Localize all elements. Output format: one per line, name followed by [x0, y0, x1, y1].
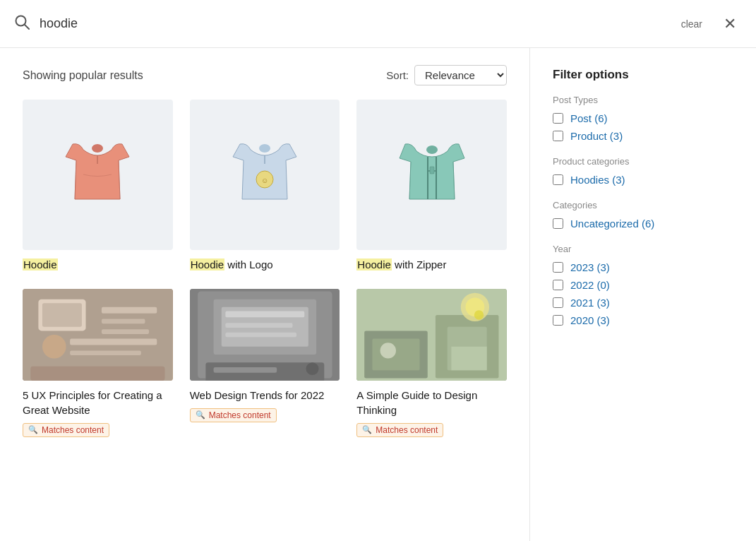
year-2021-label[interactable]: 2021 (3) — [570, 297, 610, 309]
search-input[interactable] — [40, 16, 666, 31]
product-image-2: ☺ — [190, 100, 340, 250]
blog-image-2 — [190, 289, 340, 381]
product-card[interactable]: Hoodie with Zipper — [356, 100, 507, 272]
svg-rect-34 — [373, 338, 420, 370]
filter-section-post-types: Post Types Post (6) Product (3) — [553, 95, 733, 142]
highlight: Hoodie — [23, 258, 58, 270]
highlight: Hoodie — [190, 258, 225, 270]
svg-rect-6 — [430, 167, 434, 174]
svg-rect-26 — [213, 367, 277, 373]
checkbox-product[interactable] — [553, 131, 563, 141]
svg-rect-11 — [102, 307, 157, 313]
product-image-1 — [23, 100, 173, 250]
checkbox-uncategorized[interactable] — [553, 218, 563, 229]
filter-section-year: Year 2023 (3) 2022 (0) 2021 (3) 2020 (3) — [553, 244, 733, 326]
filter-item-2021[interactable]: 2021 (3) — [553, 297, 733, 309]
svg-rect-10 — [42, 303, 82, 327]
year-2020-label[interactable]: 2020 (3) — [570, 314, 610, 326]
svg-rect-15 — [70, 338, 157, 345]
svg-point-37 — [474, 310, 484, 319]
blog-image-1 — [23, 289, 173, 381]
matches-badge-3: 🔍 Matches content — [356, 423, 443, 437]
filter-item-2022[interactable]: 2022 (0) — [553, 279, 733, 291]
product-filter-label[interactable]: Product (3) — [570, 130, 623, 142]
svg-point-2 — [92, 144, 103, 153]
blog-title-2: Web Design Trends for 2022 — [190, 388, 340, 403]
product-card[interactable]: Hoodie — [23, 100, 173, 272]
svg-rect-24 — [225, 332, 296, 337]
post-types-label: Post Types — [553, 95, 733, 105]
matches-badge-2: 🔍 Matches content — [190, 408, 277, 422]
filter-item-2020[interactable]: 2020 (3) — [553, 314, 733, 326]
search-small-icon: 🔍 — [28, 425, 38, 434]
product-title-2: Hoodie with Logo — [190, 257, 340, 272]
main-layout: Showing popular results Sort: Relevance … — [0, 48, 756, 541]
year-2023-label[interactable]: 2023 (3) — [570, 261, 610, 273]
matches-label-2: Matches content — [209, 410, 271, 420]
checkbox-hoodies[interactable] — [553, 174, 563, 185]
sort-select[interactable]: Relevance Date Title — [414, 65, 507, 85]
svg-point-3 — [259, 144, 270, 153]
product-image-3 — [356, 100, 507, 250]
checkbox-2022[interactable] — [553, 280, 563, 290]
product-title-1: Hoodie — [23, 257, 173, 272]
close-button[interactable]: ✕ — [718, 12, 742, 36]
blog-image-3 — [356, 289, 507, 381]
svg-rect-17 — [30, 366, 164, 380]
blog-card[interactable]: A Simple Guide to Design Thinking 🔍 Matc… — [356, 289, 507, 437]
filter-section-categories: Categories Uncategorized (6) — [553, 200, 733, 230]
svg-rect-16 — [70, 350, 141, 355]
results-panel: Showing popular results Sort: Relevance … — [0, 48, 530, 541]
uncategorized-filter-label[interactable]: Uncategorized (6) — [570, 218, 654, 230]
blog-card[interactable]: Web Design Trends for 2022 🔍 Matches con… — [190, 289, 340, 437]
search-bar: clear ✕ — [0, 0, 756, 48]
highlight: Hoodie — [356, 258, 392, 270]
sort-area: Sort: Relevance Date Title — [386, 65, 507, 85]
svg-rect-22 — [225, 311, 304, 317]
clear-button[interactable]: clear — [676, 16, 708, 32]
svg-rect-12 — [102, 319, 145, 323]
product-grid: Hoodie ☺ Hoodie with Logo — [23, 100, 507, 272]
svg-point-27 — [306, 362, 318, 375]
checkbox-2020[interactable] — [553, 315, 563, 326]
hoodies-filter-label[interactable]: Hoodies (3) — [570, 174, 625, 186]
product-card[interactable]: ☺ Hoodie with Logo — [190, 100, 340, 272]
filter-item-uncategorized[interactable]: Uncategorized (6) — [553, 218, 733, 230]
search-small-icon: 🔍 — [196, 410, 205, 420]
svg-point-7 — [426, 145, 438, 154]
checkbox-2021[interactable] — [553, 297, 563, 308]
filter-section-product-categories: Product categories Hoodies (3) — [553, 156, 733, 186]
checkbox-2023[interactable] — [553, 262, 563, 273]
blog-card[interactable]: 5 UX Principles for Creating a Great Web… — [23, 289, 173, 437]
search-small-icon: 🔍 — [362, 425, 372, 434]
svg-rect-23 — [225, 323, 292, 328]
blog-title-3: A Simple Guide to Design Thinking — [356, 388, 507, 417]
sort-label: Sort: — [386, 69, 409, 81]
search-icon — [14, 14, 30, 33]
svg-rect-13 — [102, 329, 149, 334]
categories-label: Categories — [553, 200, 733, 210]
svg-point-14 — [42, 335, 66, 359]
year-label: Year — [553, 244, 733, 254]
results-header: Showing popular results Sort: Relevance … — [23, 65, 507, 85]
filter-item-product[interactable]: Product (3) — [553, 130, 733, 142]
matches-badge-1: 🔍 Matches content — [23, 423, 109, 437]
svg-text:☺: ☺ — [261, 177, 268, 184]
filter-item-hoodies[interactable]: Hoodies (3) — [553, 174, 733, 186]
filter-title: Filter options — [553, 68, 733, 82]
year-2022-label[interactable]: 2022 (0) — [570, 279, 610, 291]
filter-item-post[interactable]: Post (6) — [553, 112, 733, 124]
filter-panel: Filter options Post Types Post (6) Produ… — [530, 48, 756, 541]
post-filter-label[interactable]: Post (6) — [570, 112, 608, 124]
product-title-3: Hoodie with Zipper — [356, 257, 507, 272]
product-categories-label: Product categories — [553, 156, 733, 167]
svg-point-35 — [380, 343, 396, 358]
matches-label-1: Matches content — [42, 425, 104, 435]
blog-title-1: 5 UX Principles for Creating a Great Web… — [23, 388, 173, 417]
svg-line-1 — [25, 25, 29, 29]
showing-text: Showing popular results — [23, 69, 143, 82]
matches-label-3: Matches content — [376, 425, 438, 435]
checkbox-post[interactable] — [553, 113, 563, 124]
blog-grid: 5 UX Principles for Creating a Great Web… — [23, 289, 507, 437]
filter-item-2023[interactable]: 2023 (3) — [553, 261, 733, 273]
